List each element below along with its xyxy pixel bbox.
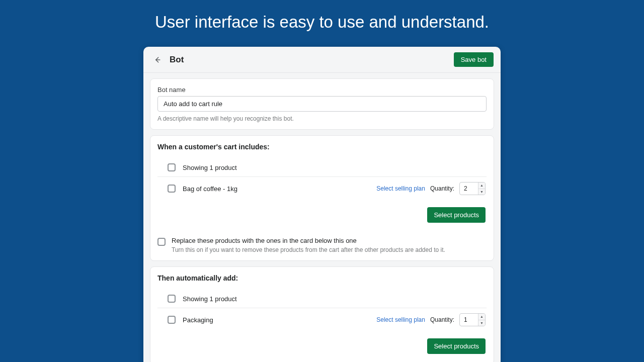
promo-banner: User interface is easy to use and unders…	[0, 0, 644, 47]
app-window: Bot Save bot Bot name A descriptive name…	[143, 47, 501, 362]
then-actions: Select products	[157, 331, 487, 357]
when-quantity-stepper: ▲ ▼	[459, 182, 486, 195]
when-heading: When a customer's cart includes:	[157, 143, 487, 151]
then-quantity-up[interactable]: ▲	[478, 314, 485, 320]
banner-text: User interface is easy to use and unders…	[155, 13, 489, 31]
then-select-all-checkbox[interactable]	[168, 295, 176, 303]
when-select-products-button[interactable]: Select products	[427, 207, 486, 223]
when-quantity-up[interactable]: ▲	[478, 183, 485, 189]
then-product-name: Packaging	[183, 316, 213, 324]
replace-section: Replace these products with the ones in …	[157, 237, 487, 253]
when-actions: Select products	[157, 200, 487, 226]
then-quantity-stepper: ▲ ▼	[459, 313, 486, 326]
when-product-checkbox[interactable]	[168, 185, 176, 193]
when-includes-card: When a customer's cart includes: Showing…	[150, 135, 494, 261]
then-showing-row: Showing 1 product	[157, 290, 487, 308]
when-product-row: Bag of coffee - 1kg Select selling plan …	[157, 176, 487, 200]
replace-help: Turn this on if you want to remove these…	[172, 246, 445, 253]
replace-text-block: Replace these products with the ones in …	[172, 237, 445, 253]
then-quantity-down[interactable]: ▼	[478, 320, 485, 326]
when-showing-row: Showing 1 product	[157, 158, 487, 176]
arrow-left-icon	[153, 56, 162, 64]
then-product-row: Packaging Select selling plan Quantity: …	[157, 308, 487, 331]
when-row-controls: Select selling plan Quantity: ▲ ▼	[376, 182, 486, 195]
page-title: Bot	[170, 55, 184, 65]
when-quantity-down[interactable]: ▼	[478, 189, 485, 195]
then-add-card: Then automatically add: Showing 1 produc…	[150, 266, 494, 362]
when-selling-plan-link[interactable]: Select selling plan	[376, 185, 425, 192]
bot-name-card: Bot name A descriptive name will help yo…	[150, 78, 494, 130]
when-quantity-label: Quantity:	[430, 185, 454, 192]
then-select-products-button[interactable]: Select products	[427, 338, 486, 354]
when-select-all-checkbox[interactable]	[168, 163, 176, 171]
when-quantity-spinner: ▲ ▼	[478, 183, 485, 195]
then-showing-text: Showing 1 product	[183, 295, 237, 303]
replace-label: Replace these products with the ones in …	[172, 237, 445, 244]
then-quantity-spinner: ▲ ▼	[478, 314, 485, 326]
when-product-name: Bag of coffee - 1kg	[183, 185, 237, 193]
bot-name-label: Bot name	[157, 86, 487, 94]
replace-checkbox[interactable]	[157, 238, 166, 246]
when-showing-text: Showing 1 product	[183, 164, 237, 171]
back-button[interactable]	[150, 53, 165, 67]
bot-name-input[interactable]	[157, 96, 487, 112]
then-heading: Then automatically add:	[157, 274, 487, 282]
app-header: Bot Save bot	[143, 47, 501, 73]
bot-name-help: A descriptive name will help you recogni…	[157, 115, 487, 122]
save-bot-button[interactable]: Save bot	[454, 52, 494, 67]
then-selling-plan-link[interactable]: Select selling plan	[376, 316, 425, 323]
then-quantity-label: Quantity:	[430, 316, 454, 323]
then-product-checkbox[interactable]	[168, 316, 176, 324]
then-row-controls: Select selling plan Quantity: ▲ ▼	[376, 313, 486, 326]
